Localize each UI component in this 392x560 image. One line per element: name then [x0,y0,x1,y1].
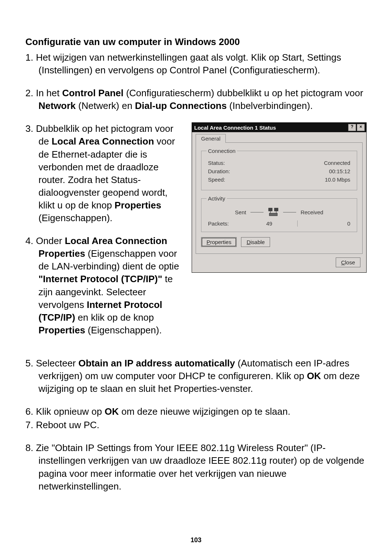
duration-value: 00:15:12 [329,168,350,174]
text: en klik op de knop [75,312,154,323]
text: (Configuratiescherm) dubbelklikt u op he… [123,88,363,98]
page-heading: Configuratie van uw computer in Windows … [25,36,367,48]
close-button-rest: lose [345,259,355,265]
step-3: 3. Dubbelklik op het pictogram voor de L… [25,122,185,224]
bold-text: Control Panel [62,88,123,98]
packets-row: Packets: 49 0 [208,220,350,227]
speed-label: Speed: [208,176,225,183]
close-button[interactable]: Close [336,257,360,267]
step-8: 8. Zie "Obtain IP Settings from Your IEE… [25,442,367,492]
network-activity-icon [268,207,279,217]
activity-group: Activity Sent [201,195,357,232]
steps-list-mid: 3. Dubbelklik op het pictogram voor de L… [25,122,185,337]
titlebar-buttons: ? × [348,124,365,131]
packets-label: Packets: [208,220,244,227]
activity-header: Sent [207,207,352,217]
disable-button[interactable]: Disable [241,237,270,247]
duration-label: Duration: [208,168,230,174]
bold-text: "Internet Protocol (TCP/IP)" [38,273,162,284]
text: om deze nieuwe wijzigingen op te slaan. [119,406,290,417]
bold-text: Dial-up Connections [135,100,227,111]
row-steps-dialog: 3. Dubbelklik op het pictogram voor de L… [25,122,367,347]
status-label: Status: [208,160,225,166]
status-dialog: Local Area Connection 1 Status ? × Gener… [192,122,367,273]
step-1: 1. Het wijzigen van netwerkinstellingen … [25,51,367,77]
packets-received: 0 [298,220,351,227]
document-page: Configuratie van uw computer in Windows … [0,0,392,560]
speed-value: 10.0 Mbps [325,176,350,183]
status-row: Status: Connected [208,160,350,166]
activity-line-right [283,212,296,212]
close-icon[interactable]: × [357,124,365,131]
bold-text: Properties [115,200,162,211]
packets-sent: 49 [244,220,298,227]
step-2: 2. In het Control Panel (Configuratiesch… [25,87,367,112]
bold-text: Properties [38,325,85,336]
bold-text: Local Area Connection [52,136,154,147]
activity-line-left [250,212,264,212]
dialog-close-row: Close [196,254,363,269]
dialog-titlebar[interactable]: Local Area Connection 1 Status ? × [192,123,366,132]
text: (Eigenschappen). [85,325,162,336]
help-icon[interactable]: ? [348,124,356,131]
left-steps: 3. Dubbelklik op het pictogram voor de L… [25,122,185,347]
disable-button-rest: isable [250,239,265,245]
text: 6. Klik opnieuw op [25,406,105,417]
dialog-body: General Connection Status: Connected Dur… [192,132,366,272]
duration-row: Duration: 00:15:12 [208,168,350,174]
text: 4. Onder [25,235,65,246]
page-number: 103 [0,536,392,544]
text: 5. Selecteer [25,358,78,369]
activity-legend: Activity [207,195,227,202]
svg-rect-0 [269,208,272,211]
step-4: 4. Onder Local Area Connection Propertie… [25,235,185,337]
properties-button-rest: roperties [210,239,231,245]
bold-text: Obtain an IP address automatically [78,358,235,369]
text: 2. In het [25,88,62,98]
svg-rect-1 [274,208,278,211]
speed-row: Speed: 10.0 Mbps [208,176,350,183]
text: (Eigenschappen). [38,212,113,223]
sent-label: Sent [235,209,246,215]
steps-list-bottom: 5. Selecteer Obtain an IP address automa… [25,357,367,493]
text: (Netwerk) en [76,100,135,111]
bold-text: Network [38,100,76,111]
bold-text: OK [307,370,321,381]
steps-list: 1. Het wijzigen van netwerkinstellingen … [25,51,367,112]
dialog-title: Local Area Connection 1 Status [194,125,276,131]
text: (Inbelverbindingen). [227,100,313,111]
step-5: 5. Selecteer Obtain an IP address automa… [25,357,367,395]
received-label: Received [301,209,323,215]
connection-legend: Connection [207,148,237,154]
bold-text: OK [105,406,119,417]
step-6: 6. Klik opnieuw op OK om deze nieuwe wij… [25,405,367,418]
dialog-action-buttons: Properties Disable [201,237,357,247]
svg-rect-2 [269,213,277,216]
status-value: Connected [324,160,350,166]
tab-general[interactable]: General [196,134,226,143]
connection-group: Connection Status: Connected Duration: 0… [201,148,357,190]
dialog-panel: Connection Status: Connected Duration: 0… [196,142,363,254]
step-7: 7. Reboot uw PC. [25,419,367,431]
properties-button[interactable]: Properties [201,237,237,247]
